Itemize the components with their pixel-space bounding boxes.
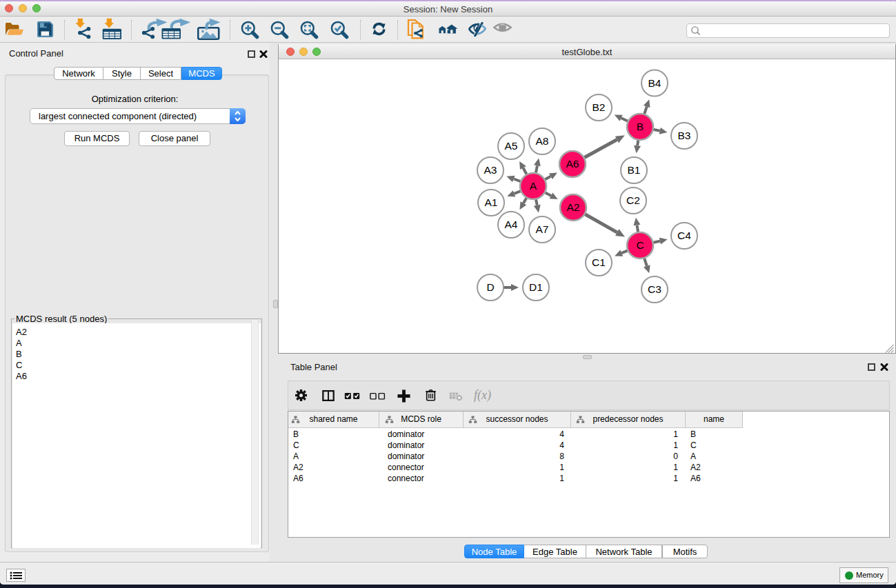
svg-text:A1: A1 — [485, 196, 498, 208]
svg-text:A4: A4 — [505, 219, 518, 230]
svg-text:C: C — [636, 239, 644, 251]
svg-text:B2: B2 — [593, 101, 606, 113]
svg-text:A2: A2 — [567, 201, 580, 213]
svg-text:B: B — [637, 121, 644, 132]
svg-text:A3: A3 — [484, 164, 497, 176]
svg-text:C3: C3 — [648, 283, 661, 295]
svg-text:A5: A5 — [505, 140, 518, 152]
svg-text:A: A — [530, 180, 537, 192]
svg-text:D1: D1 — [529, 281, 543, 293]
svg-text:B4: B4 — [648, 77, 661, 89]
svg-text:C4: C4 — [677, 230, 691, 241]
svg-text:A6: A6 — [566, 158, 579, 170]
svg-text:B3: B3 — [678, 130, 691, 141]
svg-text:D: D — [486, 281, 494, 293]
svg-text:C2: C2 — [626, 194, 640, 206]
svg-text:A7: A7 — [536, 223, 549, 235]
svg-text:A8: A8 — [536, 135, 549, 147]
svg-text:C1: C1 — [592, 256, 606, 268]
svg-text:B1: B1 — [628, 164, 641, 176]
